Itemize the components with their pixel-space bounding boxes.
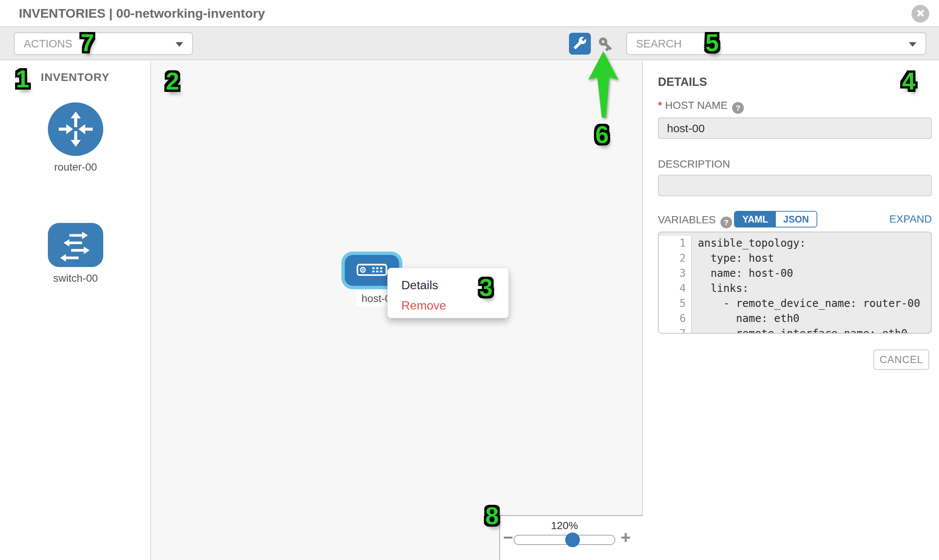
line-text: type: host [692, 251, 931, 266]
line-text: ansible_topology: [692, 236, 931, 251]
zoom-level-value: 120% [513, 520, 615, 532]
line-text: name: eth0 [692, 311, 931, 326]
line-text: name: host-00 [692, 266, 931, 281]
expand-link[interactable]: EXPAND [889, 213, 932, 225]
annotation-2: 2 [166, 69, 179, 93]
actions-dropdown-label: ACTIONS [24, 33, 72, 54]
line-text: links: [692, 281, 931, 296]
zoom-slider-thumb[interactable] [565, 532, 580, 547]
host-name-label: *HOST NAME? [658, 99, 744, 114]
code-line: 4 links: [658, 281, 931, 296]
variables-label: VARIABLES? [658, 214, 732, 228]
tab-yaml[interactable]: YAML [735, 212, 776, 227]
tab-json[interactable]: JSON [776, 212, 817, 227]
code-line: 6 name: eth0 [658, 311, 931, 326]
inventory-sidebar: INVENTORY router-00 [0, 61, 151, 560]
host-icon [356, 264, 387, 278]
green-arrow-annotation [586, 50, 622, 119]
wrench-icon [573, 36, 587, 51]
zoom-in-button[interactable]: + [621, 527, 631, 548]
annotation-5: 5 [705, 31, 719, 55]
code-line: 2 type: host [658, 251, 931, 266]
description-input[interactable] [658, 175, 932, 196]
switch-icon [48, 223, 103, 267]
annotation-3: 3 [479, 276, 493, 300]
device-label: switch-00 [25, 272, 126, 284]
yaml-json-toggle: YAML JSON [734, 211, 817, 228]
palette-item-router[interactable]: router-00 [48, 102, 103, 156]
line-number: 3 [658, 266, 692, 281]
annotation-1: 1 [16, 67, 29, 91]
annotation-4: 4 [902, 69, 916, 93]
device-label: router-00 [25, 161, 126, 173]
zoom-slider-track[interactable] [513, 535, 615, 545]
chevron-down-icon [176, 42, 183, 47]
annotation-6: 6 [595, 123, 609, 147]
actions-dropdown[interactable]: ACTIONS [14, 32, 193, 55]
variables-code-editor[interactable]: 1ansible_topology: 2 type: host 3 name: … [658, 232, 932, 334]
close-icon [916, 8, 925, 20]
line-text: - remote_device_name: router-00 [692, 296, 931, 311]
line-text: remote_interface_name: eth0 [692, 326, 931, 334]
line-number: 4 [658, 281, 692, 296]
line-number: 5 [658, 296, 692, 311]
line-number: 1 [658, 236, 692, 251]
help-icon[interactable]: ? [732, 102, 744, 114]
toolbar: ACTIONS SEARCH [0, 26, 939, 60]
page-title: INVENTORIES | 00-networking-inventory [19, 0, 265, 26]
line-number: 6 [658, 311, 692, 326]
required-asterisk: * [658, 99, 662, 111]
search-dropdown-label: SEARCH [636, 33, 682, 54]
line-number: 7 [658, 326, 692, 334]
details-panel: DETAILS *HOST NAME? host-00 DESCRIPTION … [643, 61, 939, 560]
cancel-button[interactable]: CANCEL [873, 349, 929, 370]
zoom-out-button[interactable]: − [503, 527, 513, 548]
palette-item-switch[interactable]: switch-00 [48, 223, 103, 267]
chevron-down-icon [909, 42, 916, 47]
help-icon[interactable]: ? [720, 217, 732, 228]
annotation-7: 7 [81, 31, 94, 55]
title-bar: INVENTORIES | 00-networking-inventory [0, 0, 939, 26]
details-panel-title: DETAILS [658, 75, 707, 89]
host-name-input[interactable]: host-00 [658, 117, 932, 139]
code-line: 7 remote_interface_name: eth0 [658, 326, 931, 334]
zoom-control-panel: 120% − + [499, 515, 643, 560]
code-rows: 1ansible_topology: 2 type: host 3 name: … [658, 232, 931, 334]
router-icon [48, 102, 103, 156]
annotation-8: 8 [485, 504, 499, 528]
line-number: 2 [658, 251, 692, 266]
inventory-topology-screen: INVENTORIES | 00-networking-inventory AC… [0, 0, 939, 560]
variables-row: VARIABLES? YAML JSON EXPAND [658, 211, 932, 229]
close-button[interactable] [911, 5, 929, 23]
code-line: 3 name: host-00 [658, 266, 931, 281]
description-label: DESCRIPTION [658, 158, 730, 170]
topology-canvas[interactable]: host-00 Details Remove 120% − + [151, 61, 643, 560]
code-line: 1ansible_topology: [658, 236, 931, 251]
search-dropdown[interactable]: SEARCH [626, 32, 926, 55]
code-line: 5 - remote_device_name: router-00 [658, 296, 931, 311]
